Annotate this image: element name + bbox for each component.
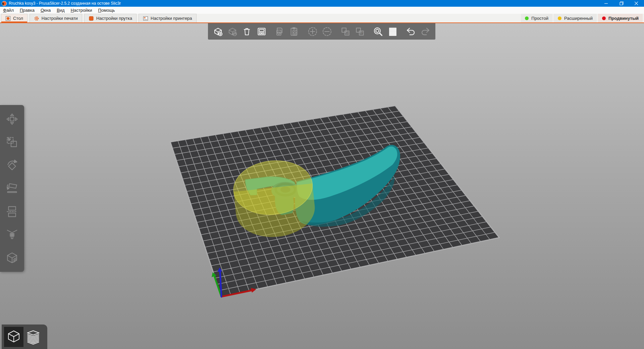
delete-all-icon[interactable] [241, 25, 253, 38]
print-settings-gear-icon [34, 16, 39, 21]
add-instance-icon[interactable] [306, 25, 319, 38]
close-icon [635, 2, 638, 5]
mode-expert-button[interactable]: Продвинутый [598, 14, 643, 22]
viewport-3d[interactable] [0, 23, 644, 349]
add-model-icon[interactable] [212, 25, 224, 38]
move-icon[interactable] [5, 112, 19, 127]
window-title: Rruchka kosy3 - PrusaSlicer-2.5.2 создан… [9, 1, 121, 6]
menu-bar: Файл Правка Окна Вид Настройки Помощь [0, 7, 644, 14]
paint-supports-icon[interactable] [5, 227, 19, 242]
search-icon[interactable] [372, 25, 384, 38]
minimize-icon [604, 2, 608, 5]
copy-icon[interactable] [273, 25, 286, 38]
tab-printer-settings[interactable]: Настройки принтера [139, 14, 197, 22]
svg-text:P: P [360, 31, 363, 35]
split-to-parts-icon[interactable]: P [354, 25, 366, 38]
arrange-icon[interactable] [255, 25, 268, 38]
filament-icon [89, 16, 94, 21]
seam-painting-icon[interactable] [5, 250, 19, 265]
editor-3d-view-button[interactable] [4, 327, 23, 347]
top-toolbar: O P [208, 23, 435, 40]
menu-view[interactable]: Вид [54, 7, 68, 14]
mode-simple-dot-icon [525, 16, 529, 20]
variable-layer-height-icon[interactable] [386, 25, 399, 38]
cube-3d-icon [6, 329, 22, 345]
menu-edit[interactable]: Правка [17, 7, 38, 14]
mode-switcher: Простой Расширенный Продвинутый [520, 14, 643, 22]
menu-configuration[interactable]: Настройки [68, 7, 95, 14]
tab-plater[interactable]: Стол [1, 14, 28, 22]
tab-print-settings[interactable]: Настройки печати [30, 14, 82, 22]
tab-filament-settings[interactable]: Настройки прутка [84, 14, 137, 22]
titlebar: Rruchka kosy3 - PrusaSlicer-2.5.2 создан… [0, 0, 644, 7]
app-logo-icon [2, 1, 7, 6]
mode-advanced-dot-icon [558, 16, 561, 20]
view-mode-panel [2, 325, 47, 349]
printer-icon [143, 16, 148, 21]
remove-instance-icon[interactable] [321, 25, 333, 38]
undo-icon[interactable] [405, 25, 417, 38]
scale-icon[interactable] [5, 135, 19, 150]
restore-icon [620, 1, 624, 5]
layers-stack-icon [24, 328, 42, 346]
cut-icon[interactable] [5, 204, 19, 219]
plater-icon [5, 16, 11, 21]
menu-help[interactable]: Помощь [95, 7, 118, 14]
split-to-objects-icon[interactable]: O [339, 25, 352, 38]
mode-simple-button[interactable]: Простой [521, 14, 552, 22]
place-on-face-icon[interactable] [5, 181, 19, 196]
left-toolbar [0, 105, 24, 272]
svg-text:O: O [345, 31, 348, 35]
mode-expert-dot-icon [602, 16, 606, 20]
maximize-button[interactable] [614, 0, 629, 7]
menu-file[interactable]: Файл [0, 7, 17, 14]
minimize-button[interactable] [599, 0, 614, 7]
tab-bar: Стол Настройки печати Настройки прутка Н… [0, 14, 644, 23]
rotate-icon[interactable] [5, 158, 19, 173]
paste-icon[interactable] [288, 25, 301, 38]
delete-model-icon[interactable] [226, 25, 238, 38]
menu-window[interactable]: Окна [38, 7, 54, 14]
mode-advanced-button[interactable]: Расширенный [554, 14, 597, 22]
close-button[interactable] [629, 0, 644, 7]
redo-icon[interactable] [419, 25, 432, 38]
preview-layers-button[interactable] [23, 327, 43, 347]
